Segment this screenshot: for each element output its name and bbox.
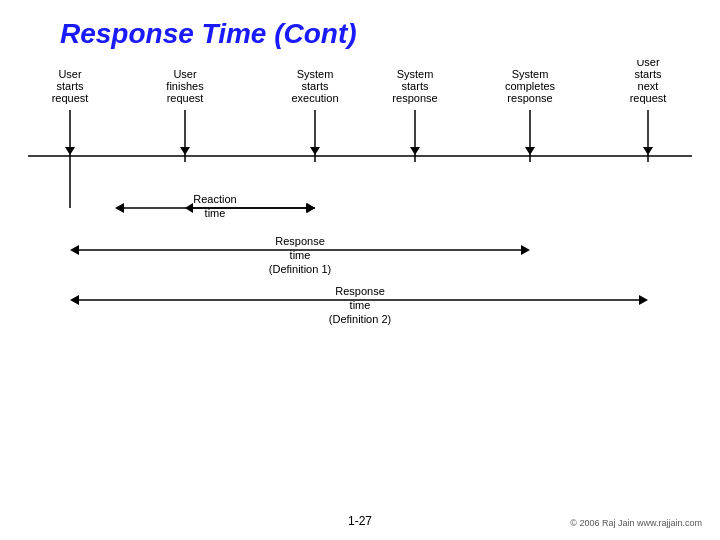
svg-text:completes: completes bbox=[505, 80, 556, 92]
svg-marker-48 bbox=[70, 245, 79, 255]
svg-text:next: next bbox=[638, 80, 659, 92]
svg-text:starts: starts bbox=[402, 80, 429, 92]
svg-text:User: User bbox=[58, 68, 82, 80]
svg-text:time: time bbox=[205, 207, 226, 219]
svg-text:(Definition 1): (Definition 1) bbox=[269, 263, 331, 275]
svg-marker-45 bbox=[306, 203, 315, 213]
svg-text:time: time bbox=[350, 299, 371, 311]
copyright: © 2006 Raj Jain www.rajjain.com bbox=[570, 518, 702, 528]
svg-text:execution: execution bbox=[291, 92, 338, 104]
svg-marker-43 bbox=[115, 203, 124, 213]
page: Response Time (Cont) User starts request… bbox=[0, 0, 720, 540]
svg-text:System: System bbox=[397, 68, 434, 80]
diagram: User starts request User finishes reques… bbox=[0, 60, 720, 490]
svg-text:(Definition 2): (Definition 2) bbox=[329, 313, 391, 325]
svg-text:Reaction: Reaction bbox=[193, 193, 236, 205]
page-title: Response Time (Cont) bbox=[0, 0, 720, 50]
svg-text:User: User bbox=[636, 60, 660, 68]
svg-text:starts: starts bbox=[302, 80, 329, 92]
svg-text:System: System bbox=[297, 68, 334, 80]
svg-text:Response: Response bbox=[275, 235, 325, 247]
svg-text:request: request bbox=[630, 92, 667, 104]
svg-text:finishes: finishes bbox=[166, 80, 204, 92]
svg-text:Response: Response bbox=[335, 285, 385, 297]
svg-text:request: request bbox=[167, 92, 204, 104]
svg-text:User: User bbox=[173, 68, 197, 80]
svg-marker-54 bbox=[70, 295, 79, 305]
svg-text:time: time bbox=[290, 249, 311, 261]
svg-marker-56 bbox=[639, 295, 648, 305]
svg-text:starts: starts bbox=[635, 68, 662, 80]
svg-text:System: System bbox=[512, 68, 549, 80]
svg-marker-50 bbox=[521, 245, 530, 255]
svg-text:response: response bbox=[392, 92, 437, 104]
page-number: 1-27 bbox=[348, 514, 372, 528]
svg-text:request: request bbox=[52, 92, 89, 104]
svg-text:starts: starts bbox=[57, 80, 84, 92]
svg-text:response: response bbox=[507, 92, 552, 104]
